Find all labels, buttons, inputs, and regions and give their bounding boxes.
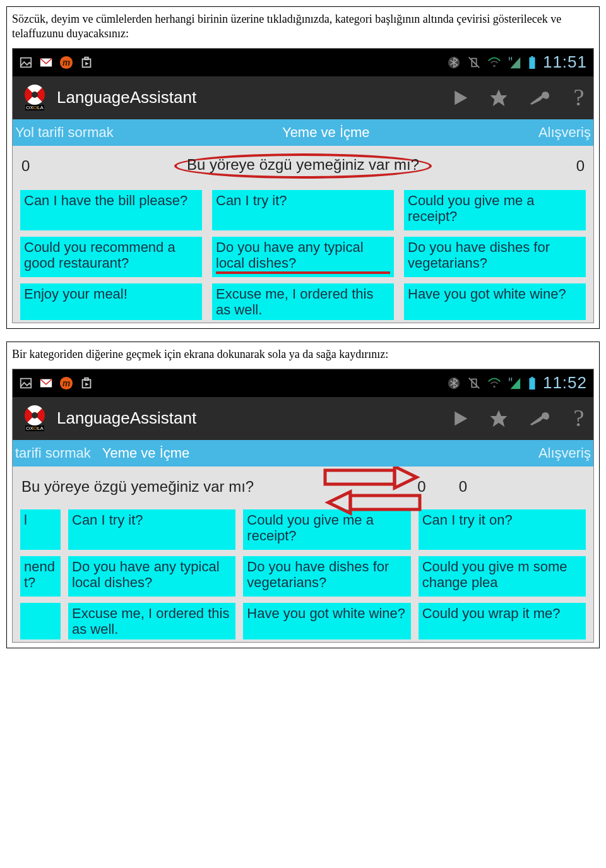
phrase-card[interactable]: Could you recommend a good restaurant? <box>20 237 202 277</box>
phrase-card[interactable]: Do you have any typical local dishes? <box>68 556 235 597</box>
signal-icon: H <box>508 376 521 390</box>
wrench-icon[interactable] <box>528 90 552 106</box>
phrase-card-partial[interactable] <box>20 603 61 640</box>
svg-rect-32 <box>529 378 535 389</box>
phrase-grid[interactable]: l Can I try it? Could you give me a rece… <box>13 509 593 643</box>
svg-marker-25 <box>85 383 89 386</box>
svg-text:m: m <box>62 57 70 67</box>
phrase-card[interactable]: Do you have dishes for vegetarians? <box>404 237 586 277</box>
phrase-card[interactable]: Could you give m some change plea <box>419 556 586 597</box>
android-status-bar: m H 11:51 <box>13 49 593 76</box>
intro-text-1: Sözcük, deyim ve cümlelerden herhangi bi… <box>12 12 594 42</box>
svg-text:?: ? <box>574 86 585 109</box>
bluetooth-icon <box>447 56 461 69</box>
app-title: LanguageAssistant <box>57 408 196 428</box>
svg-marker-35 <box>490 410 508 427</box>
tab-right[interactable]: Alışveriş <box>538 445 591 461</box>
battery-icon <box>528 56 537 69</box>
android-status-bar: m H 11:52 <box>13 369 593 397</box>
svg-point-10 <box>493 64 496 67</box>
play-icon[interactable] <box>451 409 470 428</box>
app-title: LanguageAssistant <box>57 88 196 107</box>
phrase-card[interactable]: Have you got white wine? <box>243 603 410 640</box>
screenshot-1: m H 11:51 OXOLA LanguageAssistant <box>12 48 594 324</box>
gallery-icon <box>19 56 33 69</box>
phrase-card[interactable]: Do you have dishes for vegetarians? <box>243 556 410 597</box>
svg-text:?: ? <box>574 407 585 430</box>
tab-left[interactable]: Yol tarifi sormak <box>15 124 114 141</box>
phrase-card[interactable]: Enjoy your meal! <box>20 283 202 321</box>
left-count: 0 <box>21 157 30 175</box>
app-bar: OXOLA LanguageAssistant ? <box>13 397 593 440</box>
vibrate-mute-icon <box>467 56 481 69</box>
phrase-card[interactable]: Can I try it on? <box>419 509 586 550</box>
svg-marker-34 <box>454 412 467 426</box>
translation-row: Bu yöreye özgü yemeğiniz var mı? 0 0 <box>13 467 593 509</box>
svg-text:m: m <box>62 378 70 388</box>
app-logo-icon: OXOLA <box>19 85 50 111</box>
gmail-icon <box>39 56 53 69</box>
gmail-icon <box>39 376 53 390</box>
phrase-card[interactable]: Have you got white wine? <box>404 283 586 321</box>
count-2: 0 <box>459 478 467 496</box>
right-count: 0 <box>576 157 585 175</box>
phrase-card[interactable]: Excuse me, I ordered this as well. <box>68 603 235 640</box>
bluetooth-icon <box>447 376 461 390</box>
tab-center[interactable]: Yeme ve İçme <box>282 124 370 141</box>
m-circle-icon: m <box>59 376 73 390</box>
swipe-arrows-icon <box>322 467 429 517</box>
gallery-icon <box>19 376 33 390</box>
svg-rect-37 <box>325 470 395 484</box>
tab-right[interactable]: Alışveriş <box>538 124 591 141</box>
wifi-icon <box>487 56 501 69</box>
tab-left[interactable]: tarifi sormak Yeme ve İçme <box>15 445 189 461</box>
battery-icon <box>528 376 537 390</box>
intro-text-2: Bir kategoriden diğerine geçmek için ekr… <box>12 347 594 362</box>
phrase-grid[interactable]: Can I have the bill please? Can I try it… <box>13 190 593 323</box>
help-icon[interactable]: ? <box>571 407 587 430</box>
signal-icon: H <box>508 56 521 69</box>
phrase-card-partial[interactable]: l <box>20 509 61 550</box>
svg-point-29 <box>493 385 496 388</box>
phrase-card[interactable]: Can I try it? <box>68 509 235 550</box>
svg-marker-17 <box>490 89 508 106</box>
app-logo-icon: OXOLA <box>19 405 50 432</box>
section-1: Sözcük, deyim ve cümlelerden herhangi bi… <box>6 6 600 329</box>
help-icon[interactable]: ? <box>571 86 587 109</box>
wrench-icon[interactable] <box>528 410 552 427</box>
svg-rect-33 <box>531 377 533 378</box>
vibrate-mute-icon <box>467 376 481 390</box>
play-store-icon <box>80 56 93 69</box>
svg-text:H: H <box>509 377 513 383</box>
phrase-card[interactable]: Could you wrap it me? <box>419 603 586 640</box>
phrase-card-partial[interactable]: nendt? <box>20 556 61 597</box>
category-tabs[interactable]: Yol tarifi sormak Yeme ve İçme Alışveriş <box>13 119 593 146</box>
svg-marker-38 <box>395 467 417 488</box>
phrase-card[interactable]: Can I have the bill please? <box>20 190 202 230</box>
screenshot-2: m H 11:52 OXOLA LanguageAssistant <box>12 369 594 643</box>
svg-rect-5 <box>85 57 88 60</box>
m-circle-icon: m <box>59 56 73 69</box>
play-icon[interactable] <box>451 88 470 107</box>
phrase-card[interactable]: Can I try it? <box>212 190 394 230</box>
svg-marker-6 <box>85 62 89 66</box>
star-icon[interactable] <box>489 88 509 108</box>
svg-marker-16 <box>454 91 467 105</box>
star-icon[interactable] <box>489 408 509 429</box>
play-store-icon <box>80 376 93 390</box>
wifi-icon <box>487 376 501 390</box>
section-2: Bir kategoriden diğerine geçmek için ekr… <box>6 342 600 648</box>
phrase-card-highlighted[interactable]: Do you have any typical local dishes? <box>212 237 394 277</box>
phrase-card[interactable]: Excuse me, I ordered this as well. <box>212 283 394 321</box>
svg-rect-15 <box>531 56 533 57</box>
translation-text: Bu yöreye özgü yemeğiniz var mı? <box>21 478 254 496</box>
app-bar: OXOLA LanguageAssistant ? <box>13 76 593 119</box>
phrase-card[interactable]: Could you give me a receipt? <box>404 190 586 230</box>
category-tabs[interactable]: tarifi sormak Yeme ve İçme Alışveriş <box>13 440 593 467</box>
translation-row: 0 Bu yöreye özgü yemeğiniz var mı? 0 <box>13 146 593 190</box>
svg-marker-40 <box>328 492 350 513</box>
translation-text: Bu yöreye özgü yemeğiniz var mı? <box>174 153 432 179</box>
svg-text:H: H <box>509 56 513 62</box>
status-time: 11:52 <box>543 373 587 393</box>
svg-rect-39 <box>350 496 420 509</box>
